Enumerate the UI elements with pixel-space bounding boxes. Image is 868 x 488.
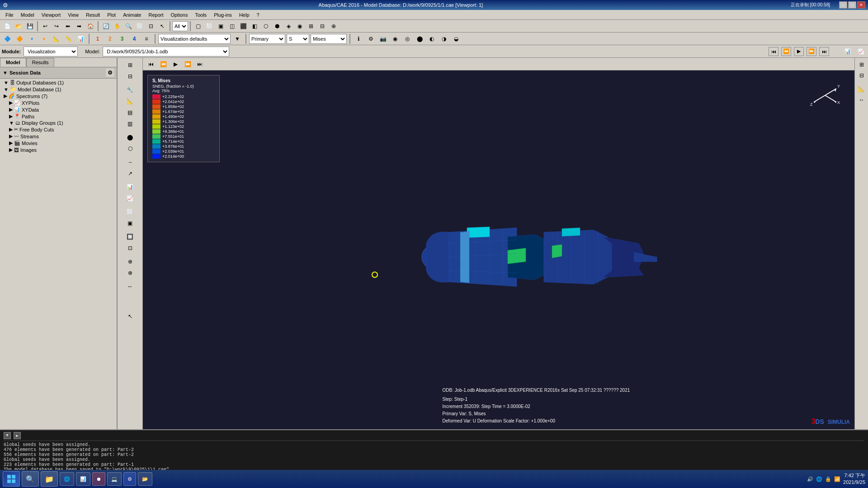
- tb-n2[interactable]: 2: [104, 33, 115, 44]
- tb-3d2[interactable]: ⬢: [272, 21, 283, 32]
- side-tb-14[interactable]: ▣: [125, 218, 136, 229]
- vp-play-back[interactable]: ⏪: [158, 59, 169, 70]
- tree-images[interactable]: ▶ 🖼 Images: [0, 146, 117, 153]
- tb-back[interactable]: ⬅: [62, 21, 73, 32]
- side-tb-19[interactable]: ↔: [125, 281, 136, 292]
- tb-undo[interactable]: ↩: [40, 21, 51, 32]
- tb-more5[interactable]: ◑: [439, 33, 449, 44]
- tb-redo[interactable]: ↪: [51, 21, 62, 32]
- vp-next-frame[interactable]: ⏩: [182, 59, 193, 70]
- tb-home[interactable]: 🏠: [85, 21, 96, 32]
- side-tb-17[interactable]: ⊕: [125, 256, 136, 267]
- menu-result[interactable]: Result: [82, 11, 104, 19]
- tb-mesh2[interactable]: 🔶: [14, 33, 25, 44]
- tb-open[interactable]: 📂: [13, 21, 24, 32]
- menu-tools[interactable]: Tools: [191, 11, 210, 19]
- tb-mesh3[interactable]: 🔹: [26, 33, 37, 44]
- side-tb-12[interactable]: 📈: [125, 193, 136, 204]
- maximize-button[interactable]: □: [848, 1, 856, 9]
- model-select[interactable]: D:/work/9/0925/1/Job-1.odb: [103, 47, 229, 56]
- menu-question[interactable]: ?: [253, 11, 263, 19]
- vp-last-frame[interactable]: ⏭: [194, 59, 205, 70]
- tb-more2[interactable]: ◎: [402, 33, 413, 44]
- tb-forward[interactable]: ➡: [74, 21, 85, 32]
- panel-settings[interactable]: ⚙: [106, 69, 114, 77]
- tb-analysis2[interactable]: 📏: [63, 33, 74, 44]
- module-select[interactable]: Visualization: [24, 47, 78, 56]
- tb-box3[interactable]: ▣: [215, 21, 226, 32]
- tb-analysis[interactable]: 📐: [51, 33, 61, 44]
- tb-new[interactable]: 📄: [2, 21, 13, 32]
- tb-pbar2[interactable]: 📈: [855, 46, 866, 57]
- vp-prev-frame[interactable]: ⏮: [146, 59, 156, 70]
- side-tb-1[interactable]: ⊞: [125, 60, 136, 70]
- tb-box5[interactable]: ⬛: [238, 21, 249, 32]
- tb-vd[interactable]: ▼: [232, 33, 243, 44]
- menu-help[interactable]: Help: [236, 11, 253, 19]
- play-next[interactable]: ⏩: [807, 47, 816, 56]
- tb-mesh[interactable]: 🔷: [2, 33, 13, 44]
- tb-box1[interactable]: ▢: [193, 21, 203, 32]
- tb-box2[interactable]: ⬜: [204, 21, 215, 32]
- tb-box4[interactable]: ◫: [226, 21, 237, 32]
- play-prev[interactable]: ⏪: [781, 47, 791, 56]
- output-expand[interactable]: ▶: [14, 432, 21, 439]
- tb-more4[interactable]: ◐: [426, 33, 437, 44]
- tb-more1[interactable]: ◉: [390, 33, 401, 44]
- tree-streams[interactable]: ▶ 〰 Streams: [0, 133, 117, 140]
- menu-view[interactable]: View: [64, 11, 82, 19]
- tb-mesh4[interactable]: 🔸: [38, 33, 49, 44]
- browser-app[interactable]: 🌐: [60, 472, 74, 486]
- tree-output-databases[interactable]: ▼ 🗄 Output Databases (1): [0, 80, 117, 86]
- minimize-button[interactable]: ─: [839, 1, 847, 9]
- primary-dropdown[interactable]: Primary: [249, 34, 285, 44]
- side-tb-16[interactable]: ⊡: [125, 243, 136, 253]
- menu-animate[interactable]: Animate: [119, 11, 145, 19]
- record-app[interactable]: ⏺: [92, 472, 105, 486]
- tree-spectrums[interactable]: ▶ 🌈 Spectrums (7): [0, 93, 117, 99]
- tb-fitall[interactable]: ⊡: [146, 21, 156, 32]
- tb-3d4[interactable]: ◉: [294, 21, 305, 32]
- tb-sym[interactable]: ≡: [141, 33, 152, 44]
- file-explorer-button[interactable]: 📁: [41, 471, 58, 487]
- side-tb-18[interactable]: ⊗: [125, 267, 136, 278]
- menu-plot[interactable]: Plot: [104, 11, 119, 19]
- side-tb-9[interactable]: →: [125, 157, 136, 168]
- side-tb-2[interactable]: ⊟: [125, 71, 136, 82]
- s-dropdown[interactable]: S: [287, 34, 309, 44]
- rvt-1[interactable]: ⊞: [856, 60, 868, 70]
- tb-more3[interactable]: ⬤: [414, 33, 425, 44]
- menu-report[interactable]: Report: [145, 11, 167, 19]
- start-button[interactable]: [3, 471, 20, 487]
- side-tb-13[interactable]: ⬜: [125, 206, 136, 217]
- play-first[interactable]: ⏮: [769, 47, 778, 56]
- tb-3d1[interactable]: ⬡: [260, 21, 271, 32]
- close-button[interactable]: ✕: [857, 1, 865, 9]
- tree-xyplots[interactable]: ▶ 📈 XYPlots: [0, 99, 117, 106]
- tb-box6[interactable]: ◧: [249, 21, 260, 32]
- tb-pan[interactable]: ✋: [112, 21, 123, 32]
- tb-n3[interactable]: 3: [117, 33, 127, 44]
- menu-options[interactable]: Options: [167, 11, 192, 19]
- side-tb-7[interactable]: ⬤: [125, 132, 136, 143]
- rvt-3[interactable]: 📐: [856, 84, 868, 94]
- mises-dropdown[interactable]: Mises: [311, 34, 347, 44]
- tree-free-body-cuts[interactable]: ▶ ✂ Free Body Cuts: [0, 126, 117, 133]
- tb-zoombox[interactable]: ⬜: [134, 21, 145, 32]
- tb-field[interactable]: 📊: [75, 33, 86, 44]
- explorer-app[interactable]: 📂: [138, 472, 152, 486]
- side-tb-3[interactable]: 🔧: [125, 84, 136, 95]
- side-tb-6[interactable]: ▥: [125, 118, 136, 129]
- tb-n1[interactable]: 1: [92, 33, 103, 44]
- tb-n4[interactable]: 4: [129, 33, 140, 44]
- tb-more6[interactable]: ◒: [451, 33, 462, 44]
- menu-file[interactable]: File: [2, 11, 17, 19]
- side-tb-8[interactable]: ⬡: [125, 143, 136, 154]
- menu-model[interactable]: Model: [17, 11, 38, 19]
- tb-pbar1[interactable]: 📊: [842, 46, 853, 57]
- tree-display-groups[interactable]: ▼ 🗂 Display Groups (1): [0, 120, 117, 126]
- menu-plugins[interactable]: Plug-ins: [210, 11, 236, 19]
- tb-settings[interactable]: ⚙: [365, 33, 376, 44]
- tb-save[interactable]: 💾: [24, 21, 35, 32]
- tb-3d5[interactable]: ⊞: [306, 21, 316, 32]
